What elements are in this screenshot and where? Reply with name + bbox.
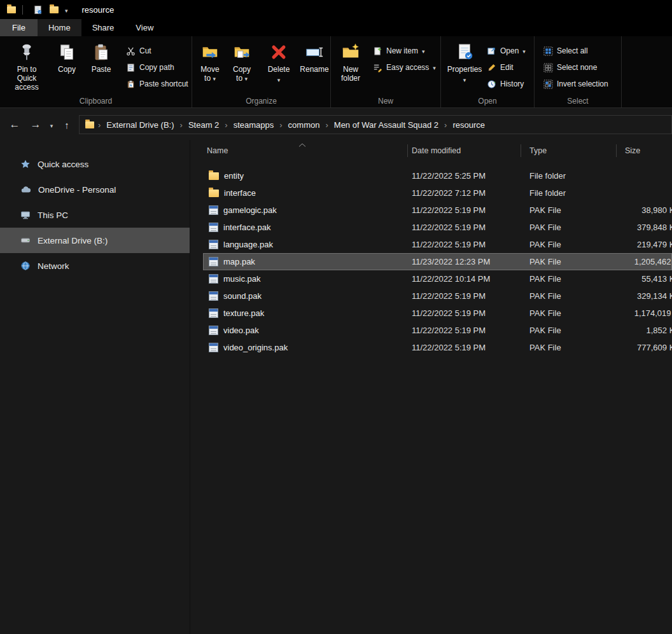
tab-view[interactable]: View bbox=[125, 19, 164, 36]
up-button[interactable] bbox=[57, 120, 76, 130]
quick-access-star-icon bbox=[20, 159, 31, 169]
file-row[interactable]: video_origins.pak 11/22/2022 5:19 PM PAK… bbox=[203, 339, 672, 356]
breadcrumb-item[interactable]: Steam 2 bbox=[184, 116, 223, 134]
properties-button[interactable]: Properties bbox=[447, 38, 482, 95]
pin-to-quick-access-button[interactable]: Pin to Quick access bbox=[6, 38, 47, 95]
properties-icon bbox=[33, 5, 43, 15]
file-row[interactable]: interface 11/22/2022 7:12 PM File folder bbox=[203, 184, 672, 202]
easy-access-button[interactable]: Easy access bbox=[368, 59, 441, 76]
address-bar[interactable]: External Drive (B:) Steam 2 steamapps co… bbox=[79, 115, 672, 134]
file-date-modified: 11/22/2022 5:25 PM bbox=[408, 171, 521, 181]
navigation-bar: External Drive (B:) Steam 2 steamapps co… bbox=[0, 113, 672, 136]
back-button[interactable] bbox=[4, 118, 25, 131]
new-item-button[interactable]: New item bbox=[368, 43, 441, 59]
this-pc-icon bbox=[20, 210, 31, 220]
breadcrumb-item[interactable]: steamapps bbox=[229, 116, 279, 134]
select-none-icon bbox=[543, 63, 553, 72]
file-size: 219,479 KB bbox=[617, 240, 672, 249]
breadcrumb-item[interactable]: resource bbox=[448, 116, 489, 134]
open-icon bbox=[487, 46, 496, 56]
column-header-type[interactable]: Type bbox=[521, 144, 617, 157]
cut-button[interactable]: Cut bbox=[121, 43, 193, 59]
file-size: 329,134 KB bbox=[617, 291, 672, 301]
copy-to-button[interactable]: Copyto bbox=[228, 38, 256, 95]
breadcrumb-item[interactable]: External Drive (B:) bbox=[102, 116, 178, 134]
file-explorer-window: resource File Home Share View Pin to Qui… bbox=[0, 0, 672, 634]
file-date-modified: 11/23/2022 12:23 PM bbox=[408, 257, 521, 266]
dropdown-caret-icon bbox=[433, 63, 436, 72]
copy-button[interactable]: Copy bbox=[52, 38, 81, 95]
file-row[interactable]: interface.pak 11/22/2022 5:19 PM PAK Fil… bbox=[203, 219, 672, 236]
copy-path-icon bbox=[126, 63, 136, 72]
sidebar-item-quick-access[interactable]: Quick access bbox=[0, 151, 190, 177]
network-globe-icon bbox=[20, 261, 31, 271]
folder-icon bbox=[209, 172, 219, 180]
dropdown-caret-icon bbox=[244, 74, 248, 83]
sort-ascending-icon bbox=[298, 140, 306, 149]
ribbon-group-organize: Moveto Copyto Delete Rename Organize bbox=[192, 36, 331, 107]
file-name: entity bbox=[224, 171, 244, 181]
file-row-selected[interactable]: map.pak 11/23/2022 12:23 PM PAK File 1,2… bbox=[203, 253, 672, 270]
select-none-button[interactable]: Select none bbox=[538, 59, 613, 76]
new-folder-button[interactable]: Newfolder bbox=[336, 38, 365, 95]
file-row[interactable]: video.pak 11/22/2022 5:19 PM PAK File 1,… bbox=[203, 322, 672, 339]
sidebar-item-this-pc[interactable]: This PC bbox=[0, 202, 190, 228]
file-row[interactable]: gamelogic.pak 11/22/2022 5:19 PM PAK Fil… bbox=[203, 202, 672, 219]
onedrive-cloud-icon bbox=[20, 184, 31, 195]
file-name: texture.pak bbox=[223, 308, 264, 318]
file-row[interactable]: sound.pak 11/22/2022 5:19 PM PAK File 32… bbox=[203, 287, 672, 305]
address-folder-icon bbox=[85, 121, 94, 128]
app-folder-icon bbox=[7, 6, 16, 13]
button-label: Copy path bbox=[139, 63, 174, 72]
button-label: Delete bbox=[268, 65, 290, 74]
button-label: Paste shortcut bbox=[139, 79, 188, 88]
file-list-pane: Name Date modified Type Size entity 11/2… bbox=[190, 140, 672, 634]
history-button[interactable]: History bbox=[482, 76, 531, 92]
open-button[interactable]: Open bbox=[482, 43, 531, 59]
file-row[interactable]: texture.pak 11/22/2022 5:19 PM PAK File … bbox=[203, 305, 672, 322]
ribbon-group-open: Properties Open Edit History bbox=[441, 36, 535, 107]
column-header-date-modified[interactable]: Date modified bbox=[408, 144, 521, 157]
qat-customize-caret-icon[interactable] bbox=[65, 5, 68, 15]
breadcrumb-item[interactable]: Men of War Assault Squad 2 bbox=[330, 116, 443, 134]
sidebar-item-network[interactable]: Network bbox=[0, 253, 190, 279]
button-label: Open bbox=[500, 46, 519, 55]
qat-new-folder-button[interactable] bbox=[46, 6, 62, 13]
breadcrumb-separator-icon bbox=[443, 120, 448, 130]
file-rows: entity 11/22/2022 5:25 PM File folder in… bbox=[190, 167, 672, 356]
pak-file-icon bbox=[209, 274, 218, 284]
button-label: Easy access bbox=[386, 63, 429, 72]
edit-button[interactable]: Edit bbox=[482, 59, 531, 76]
file-date-modified: 11/22/2022 5:19 PM bbox=[408, 240, 521, 249]
rename-button[interactable]: Rename bbox=[298, 38, 331, 95]
delete-icon bbox=[270, 43, 288, 61]
sidebar-item-onedrive[interactable]: OneDrive - Personal bbox=[0, 177, 190, 202]
file-row[interactable]: entity 11/22/2022 5:25 PM File folder bbox=[203, 167, 672, 184]
group-label-organize: Organize bbox=[192, 97, 330, 106]
qat-properties-button[interactable] bbox=[29, 5, 46, 15]
select-all-button[interactable]: Select all bbox=[538, 43, 613, 59]
pak-file-icon bbox=[209, 205, 218, 215]
file-size: 777,609 KB bbox=[617, 343, 672, 352]
copy-path-button[interactable]: Copy path bbox=[121, 59, 193, 76]
move-to-button[interactable]: Moveto bbox=[196, 38, 224, 95]
tab-home[interactable]: Home bbox=[38, 19, 81, 36]
paste-shortcut-button[interactable]: Paste shortcut bbox=[121, 76, 193, 92]
properties-icon bbox=[455, 43, 474, 62]
copy-to-icon bbox=[232, 43, 251, 62]
titlebar: resource bbox=[0, 0, 672, 19]
breadcrumb-separator-icon bbox=[324, 120, 329, 130]
breadcrumb-item[interactable]: common bbox=[284, 116, 325, 134]
column-header-size[interactable]: Size bbox=[617, 144, 672, 157]
file-row[interactable]: music.pak 11/22/2022 10:14 PM PAK File 5… bbox=[203, 270, 672, 287]
invert-selection-button[interactable]: Invert selection bbox=[538, 76, 613, 92]
forward-button[interactable] bbox=[25, 118, 46, 131]
sidebar-item-external-drive[interactable]: External Drive (B:) bbox=[0, 228, 190, 253]
pak-file-icon bbox=[209, 223, 218, 232]
recent-locations-caret[interactable] bbox=[46, 120, 57, 130]
paste-button[interactable]: Paste bbox=[87, 38, 116, 95]
tab-share[interactable]: Share bbox=[81, 19, 125, 36]
tab-file[interactable]: File bbox=[0, 19, 38, 36]
delete-button[interactable]: Delete bbox=[265, 38, 293, 95]
file-row[interactable]: language.pak 11/22/2022 5:19 PM PAK File… bbox=[203, 236, 672, 253]
